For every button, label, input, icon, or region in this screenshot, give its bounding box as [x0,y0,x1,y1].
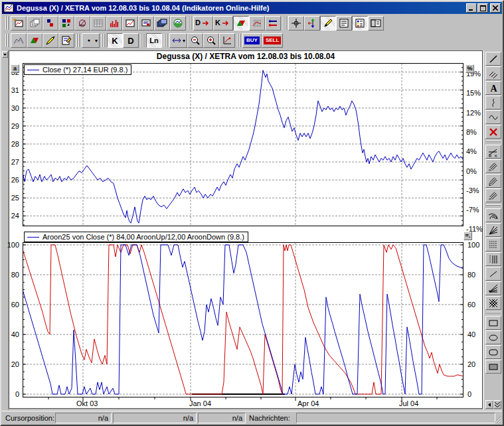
left-splitter[interactable] [2,50,9,411]
resize-grip[interactable] [493,415,501,423]
candle-data-button[interactable]: K [213,16,233,31]
linked-objects-button[interactable] [58,16,74,31]
toolbar-grip [76,34,80,47]
percent-axis-button[interactable]: % [465,64,474,73]
compare-lines-button[interactable] [265,16,281,31]
wave-tool[interactable] [485,110,501,124]
close-button[interactable] [490,3,501,13]
status-bar: Cursorposition: n/a n/a n/a Nachrichten: [2,411,502,424]
toolbar-grip [486,312,501,315]
hatch-pattern-3-tool[interactable]: = [485,188,501,202]
maximize-button[interactable] [477,3,488,13]
log-scale-button[interactable]: Ln [146,33,162,48]
scroll-mini-buttons [485,400,501,409]
zigzag-button[interactable] [11,33,27,48]
aroon-tick-label: 80 [11,271,19,279]
diagonal-line-tool[interactable] [485,267,501,281]
buy-button[interactable]: BUY [242,33,262,48]
hatch-pattern-1-tool[interactable]: o [485,159,501,173]
fibonacci-retracement-tool[interactable] [485,238,501,251]
scatter-objects-button[interactable] [42,16,58,31]
zoom-in-button[interactable] [203,33,219,48]
left-splitter-button[interactable] [2,51,8,58]
grid-indicator-button[interactable] [249,16,265,31]
data-table-button[interactable] [90,16,106,31]
scale-shift-button[interactable] [219,33,235,48]
aroon-chart-canvas[interactable] [23,242,463,401]
parallel-lines-tool[interactable] [485,66,501,80]
axis-arrows-button[interactable] [304,16,320,31]
aroon-tick-label: 0 [467,390,471,398]
histogram-button[interactable] [106,16,122,31]
price-tick-label: 31 [11,86,19,94]
rounded-rect-tool[interactable] [485,345,501,359]
hatch-pattern-2-tool[interactable]: E [485,174,501,188]
draw-pencil-button[interactable] [320,16,336,31]
aroon-legend[interactable]: Aroon25 von Close (*) 84,00 AroonUp/12,0… [24,232,248,242]
ellipse-tool[interactable] [485,330,501,344]
notes-button[interactable] [336,16,352,31]
kurs-mode-button[interactable]: K [107,33,123,48]
trend-line-tool[interactable] [485,52,501,66]
price-legend-text: Close (*) 27,14 EUR (9.8.) [42,66,127,74]
fibonacci-arcs-tool[interactable] [485,208,501,222]
cursor-position-label: Cursorposition: [5,414,54,422]
daily-data-button[interactable]: D [193,16,213,31]
legend-toggle-button[interactable] [352,16,368,31]
minimize-button[interactable] [466,3,477,13]
line-chart-button[interactable] [122,16,138,31]
aroon-axis-options-button[interactable]: =. [463,232,472,240]
price-legend[interactable]: Close (*) 27,14 EUR (9.8.) [24,64,131,75]
cursor-x-field: n/a [55,413,112,423]
chart-panel[interactable]: Degussa (X) / XETRA vom 12.08.03 bis 10.… [9,50,483,409]
percent-tick-label: 8% [466,128,477,136]
zoom-out-button[interactable] [187,33,203,48]
properties-button[interactable] [58,33,74,48]
price-chart-canvas[interactable] [23,63,463,226]
messages-field [296,413,495,423]
filled-rect-tool[interactable] [485,360,501,374]
drawing-toolbar: ARKoE= [483,50,503,410]
text-tool[interactable]: A [485,81,501,95]
delete-object-tool[interactable] [485,125,501,139]
price-tick-label: 27 [11,158,19,166]
marker-pen-button[interactable] [42,33,58,48]
layout-button[interactable] [368,16,384,31]
scroll-left-button[interactable] [485,400,493,409]
chart-stack-button[interactable] [154,16,170,31]
updown-triangles-button[interactable] [233,16,249,31]
price-tick-label: 28 [11,140,19,148]
gann-grid-tool[interactable] [485,296,501,310]
fibonacci-fan-tool[interactable] [485,223,501,237]
rectangle-tool[interactable] [485,316,501,330]
horizontal-range-button[interactable]: ▾ [169,33,187,48]
aroon-tick-label: 100 [7,241,19,249]
depot-mode-button[interactable]: D [123,33,139,48]
aroon-series-swatch [27,237,39,238]
new-chart-button[interactable] [11,16,27,31]
expand-down-button[interactable] [493,400,501,409]
crosshair-button[interactable] [288,16,304,31]
aroon-tick-label: 0 [15,390,19,398]
left-axis-scale-button[interactable]: a [11,64,19,73]
squiggle-tool[interactable] [485,96,501,109]
time-lines-tool[interactable] [485,252,501,266]
presentation-button[interactable] [138,16,154,31]
web-chart-button[interactable] [170,16,186,31]
window-title: Degussa (X) / XETRA vom 12.08.03 bis 10.… [17,4,465,12]
regression-channel-tool[interactable]: RK [485,145,501,159]
sell-button[interactable]: SELL [262,33,283,48]
aroon-tick-label: 20 [11,360,19,368]
aroon-tick-label: 40 [11,330,19,338]
signal-triangles-button[interactable] [27,33,42,48]
app-icon [3,3,14,13]
line-width-select[interactable]: ▾ [82,33,100,48]
copy-button[interactable] [27,16,42,31]
svg-text:A: A [491,84,498,94]
no-draw-button[interactable] [74,16,90,31]
price-tick-label: 30 [11,104,19,112]
aroon-left-axis: 100806040200 [9,242,21,397]
toolbar-grip [283,17,286,30]
toolbar-grip [5,34,9,47]
gann-fan-tool[interactable] [485,281,501,295]
